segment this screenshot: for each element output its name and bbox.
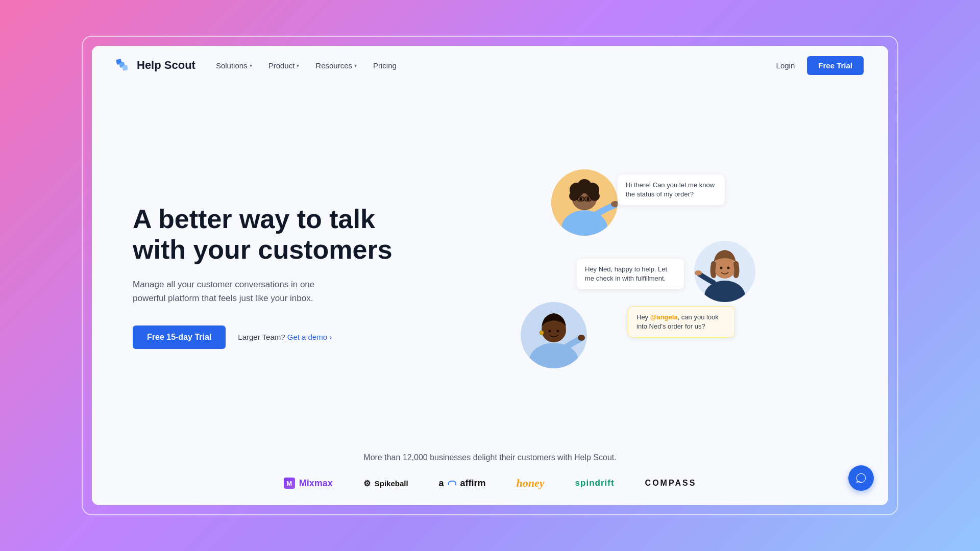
- svg-point-21: [727, 267, 730, 269]
- get-demo-link[interactable]: Get a demo ›: [287, 333, 332, 341]
- logo-icon: [116, 57, 133, 73]
- logo-text: Help Scout: [137, 59, 195, 72]
- login-button[interactable]: Login: [776, 61, 795, 70]
- angela-avatar: [521, 302, 587, 368]
- demo-cta: Larger Team? Get a demo ›: [238, 333, 332, 341]
- free-trial-cta-button[interactable]: Free 15-day Trial: [133, 325, 226, 349]
- logo-area[interactable]: Help Scout: [116, 57, 195, 73]
- nav-product[interactable]: Product ▾: [268, 61, 300, 70]
- spikeball-logo: ⚙ Spikeball: [363, 479, 408, 488]
- svg-point-12: [586, 197, 590, 201]
- logos-section: More than 12,000 businesses delight thei…: [92, 438, 888, 505]
- navbar: Help Scout Solutions ▾ Product ▾ Resourc…: [92, 46, 888, 85]
- svg-point-11: [579, 197, 582, 201]
- customer-avatar: [551, 169, 618, 236]
- mixmax-logo: M Mixmax: [284, 478, 333, 489]
- svg-point-22: [695, 270, 702, 276]
- nav-solutions[interactable]: Solutions ▾: [216, 61, 252, 70]
- chevron-down-icon: ▾: [250, 63, 252, 68]
- svg-point-28: [557, 330, 559, 333]
- logos-row: M Mixmax ⚙ Spikeball a affirm honey: [133, 477, 847, 490]
- chat-illustration: Hi there! Can you let me know the status…: [510, 164, 766, 379]
- chat-bubble-3: Hey @angela, can you look into Ned's ord…: [628, 306, 735, 338]
- chat-bubble-1: Hi there! Can you let me know the status…: [618, 174, 725, 205]
- hero-left: A better way to talk with your customers…: [133, 105, 429, 438]
- hero-title: A better way to talk with your customers: [133, 204, 429, 265]
- chat-bubble-2: Hey Ned, happy to help. Let me check in …: [577, 259, 684, 289]
- hero-subtitle: Manage all your customer conversations i…: [133, 278, 347, 305]
- chat-icon: [855, 472, 867, 484]
- svg-point-26: [540, 331, 544, 335]
- nav-actions: Login Free Trial: [776, 56, 864, 75]
- nav-pricing[interactable]: Pricing: [373, 61, 397, 70]
- nav-links: Solutions ▾ Product ▾ Resources ▾ Pricin…: [216, 61, 776, 70]
- agent-avatar: [694, 241, 755, 302]
- svg-point-20: [720, 267, 723, 269]
- chevron-down-icon: ▾: [297, 63, 299, 68]
- spikeball-icon: ⚙: [363, 479, 371, 488]
- honey-logo: honey: [517, 477, 545, 490]
- main-page: Help Scout Solutions ▾ Product ▾ Resourc…: [92, 46, 888, 505]
- cta-row: Free 15-day Trial Larger Team? Get a dem…: [133, 325, 429, 349]
- compass-logo: COMPASS: [645, 479, 697, 488]
- nav-resources[interactable]: Resources ▾: [315, 61, 357, 70]
- hero-illustration: Hi there! Can you let me know the status…: [429, 105, 847, 438]
- affirm-arc-icon: [448, 481, 456, 485]
- customer-figure: [551, 169, 618, 236]
- svg-point-29: [578, 335, 585, 341]
- affirm-logo: a affirm: [439, 478, 486, 489]
- chevron-down-icon: ▾: [354, 63, 357, 68]
- svg-point-27: [549, 330, 551, 333]
- outer-frame: Help Scout Solutions ▾ Product ▾ Resourc…: [82, 36, 898, 515]
- free-trial-button[interactable]: Free Trial: [807, 56, 864, 75]
- mixmax-icon: M: [284, 478, 295, 489]
- main-content: A better way to talk with your customers…: [92, 85, 888, 438]
- agent-figure: [694, 241, 755, 302]
- angela-figure: [521, 302, 587, 368]
- spindrift-logo: spindrift: [575, 478, 615, 488]
- logos-tagline: More than 12,000 businesses delight thei…: [133, 453, 847, 462]
- chat-widget-button[interactable]: [848, 465, 874, 491]
